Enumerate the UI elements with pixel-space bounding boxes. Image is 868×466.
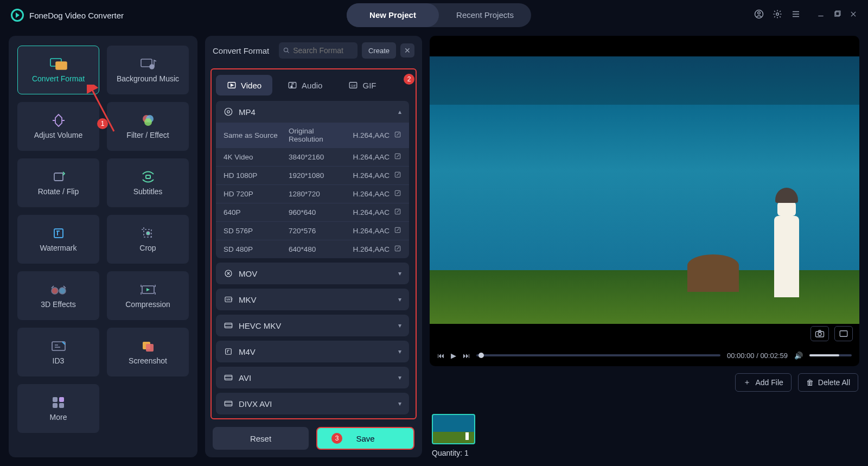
- search-format[interactable]: [279, 42, 358, 59]
- group-header[interactable]: MOV▾: [216, 263, 409, 284]
- svg-rect-45: [226, 349, 232, 355]
- time-display: 00:00:00 / 00:02:59: [727, 352, 788, 360]
- menu-icon[interactable]: [791, 9, 801, 21]
- tab-video[interactable]: Video: [216, 75, 272, 95]
- group-header[interactable]: MKVMKV▾: [216, 289, 409, 310]
- gear-icon[interactable]: [773, 9, 782, 21]
- edit-icon[interactable]: [394, 152, 401, 162]
- volume-slider[interactable]: [809, 354, 852, 356]
- preset-row[interactable]: SD 480P640*480H.264,AAC: [216, 240, 409, 258]
- tool-crop[interactable]: Crop: [107, 215, 189, 264]
- subtitles-icon: [139, 170, 157, 184]
- edit-icon[interactable]: [394, 189, 401, 199]
- svg-rect-6: [56, 62, 67, 69]
- preset-row[interactable]: SD 576P720*576H.264,AAC: [216, 221, 409, 240]
- tab-gif[interactable]: GIF GIF: [337, 75, 387, 95]
- tool-more[interactable]: More: [17, 384, 99, 433]
- tool-label: Crop: [139, 244, 156, 252]
- tool-adjust-volume[interactable]: Adjust Volume: [17, 102, 99, 151]
- preview-canvas[interactable]: [430, 56, 859, 324]
- preset-row[interactable]: HD 1080P1920*1080H.264,AAC: [216, 166, 409, 184]
- tab-audio[interactable]: Audio: [277, 75, 333, 95]
- save-label: Save: [356, 434, 374, 443]
- tool-label: Background Music: [117, 74, 179, 83]
- preview-lighthouse: [774, 216, 799, 297]
- audio-icon: [288, 80, 297, 90]
- svg-text:MKV: MKV: [226, 298, 233, 301]
- preview-cliff: [687, 254, 739, 292]
- tool-screenshot[interactable]: Screenshot: [107, 328, 189, 376]
- next-button[interactable]: ⏭: [463, 352, 470, 360]
- group-header[interactable]: AVI▾: [216, 367, 409, 388]
- preset-name: Same as Source: [224, 131, 289, 139]
- progress-bar[interactable]: [476, 354, 720, 356]
- search-input[interactable]: [293, 46, 353, 55]
- edit-icon[interactable]: [394, 226, 401, 235]
- file-list-panel: ＋Add File 🗑Delete All Quantity: 1: [430, 372, 859, 457]
- preview-sky: [430, 56, 859, 105]
- format-scroll[interactable]: MP4 ▴ Same as SourceOriginal ResolutionH…: [216, 101, 411, 416]
- thumbnail[interactable]: [432, 414, 475, 444]
- tool-rotate-flip[interactable]: Rotate / Flip: [17, 158, 99, 207]
- preset-name: HD 1080P: [224, 171, 289, 180]
- tool-background-music[interactable]: Background Music: [107, 46, 189, 94]
- edit-icon[interactable]: [394, 131, 401, 140]
- format-type-tabs: Video Audio GIF GIF: [216, 75, 411, 95]
- volume-button[interactable]: 🔊: [794, 352, 803, 360]
- content: Convert Format Background Music Adjust V…: [0, 30, 868, 466]
- save-button[interactable]: 3 Save: [316, 427, 414, 450]
- minimize-icon[interactable]: [817, 10, 825, 20]
- crop-icon: [139, 226, 157, 240]
- edit-icon[interactable]: [394, 171, 401, 180]
- group-label: HEVC MKV: [239, 321, 281, 330]
- tool-filter-effect[interactable]: Filter / Effect: [107, 102, 189, 151]
- fullscreen-button[interactable]: [834, 326, 853, 341]
- play-button[interactable]: ▶: [451, 352, 456, 360]
- group-label: MP4: [239, 107, 256, 117]
- group-header[interactable]: HEVC MKV▾: [216, 315, 409, 336]
- preset-row[interactable]: 640P960*640H.264,AAC: [216, 203, 409, 221]
- preset-row[interactable]: 4K Video3840*2160H.264,AAC: [216, 148, 409, 166]
- group-label: M4V: [239, 347, 256, 356]
- svg-point-1: [758, 12, 761, 15]
- edit-icon[interactable]: [394, 208, 401, 217]
- tool-3d-effects[interactable]: 3D Effects: [17, 271, 99, 320]
- svg-rect-14: [54, 229, 63, 238]
- group-header-mp4[interactable]: MP4 ▴: [216, 101, 409, 123]
- tab-new-project[interactable]: New Project: [347, 3, 439, 27]
- titlebar: FoneDog Video Converter New Project Rece…: [0, 0, 868, 30]
- preview-toolbar: [810, 326, 853, 341]
- prev-button[interactable]: ⏮: [437, 352, 444, 360]
- preset-row[interactable]: Same as SourceOriginal ResolutionH.264,A…: [216, 123, 409, 148]
- progress-handle[interactable]: [478, 353, 484, 358]
- svg-point-29: [291, 86, 292, 88]
- tool-compression[interactable]: Compression: [107, 271, 189, 320]
- create-button[interactable]: Create: [362, 42, 396, 59]
- tool-label: ID3: [53, 356, 65, 365]
- add-file-button[interactable]: ＋Add File: [735, 373, 791, 392]
- close-icon[interactable]: [850, 10, 857, 20]
- maximize-icon[interactable]: [833, 10, 841, 20]
- convert-format-icon: [49, 57, 68, 71]
- tool-sidebar: Convert Format Background Music Adjust V…: [9, 36, 197, 457]
- tool-subtitles[interactable]: Subtitles: [107, 158, 189, 207]
- delete-all-button[interactable]: 🗑Delete All: [798, 373, 858, 392]
- panel-footer: Reset 3 Save: [205, 419, 422, 457]
- snapshot-button[interactable]: [810, 326, 829, 341]
- tool-convert-format[interactable]: Convert Format: [17, 46, 99, 94]
- preset-row[interactable]: HD 720P1280*720H.264,AAC: [216, 184, 409, 203]
- panel-close-icon[interactable]: ✕: [400, 43, 414, 58]
- video-preview: ⏮ ▶ ⏭ 00:00:00 / 00:02:59 🔊: [430, 36, 859, 366]
- tool-id3[interactable]: ID3: [17, 328, 99, 376]
- preset-resolution: Original Resolution: [289, 127, 342, 143]
- format-group: HEVC MKV▾: [216, 315, 409, 336]
- trash-icon: 🗑: [806, 378, 814, 387]
- reset-button[interactable]: Reset: [213, 427, 309, 450]
- group-header[interactable]: M4V▾: [216, 341, 409, 362]
- tab-recent-projects[interactable]: Recent Projects: [439, 3, 531, 27]
- tool-label: More: [50, 413, 67, 422]
- account-icon[interactable]: [754, 9, 764, 21]
- edit-icon[interactable]: [394, 245, 401, 254]
- tool-watermark[interactable]: Watermark: [17, 215, 99, 264]
- group-header[interactable]: DIVX AVI▾: [216, 393, 409, 414]
